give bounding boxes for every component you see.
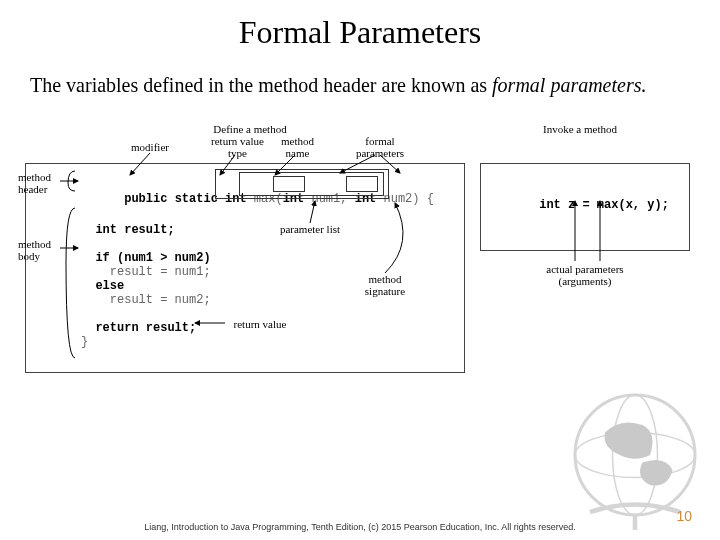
code-line-6: return result; (81, 321, 196, 335)
svg-point-11 (575, 395, 695, 515)
slide-title: Formal Parameters (0, 14, 720, 51)
label-return-value: return value (225, 318, 295, 330)
diagram: Define a method Invoke a method modifier… (20, 123, 700, 403)
box-method-signature (215, 169, 389, 199)
code-line-3: result = num1; (81, 265, 211, 279)
label-method-signature: method signature (355, 273, 415, 297)
description-text: The variables defined in the method head… (30, 74, 492, 96)
code-invoke-text: int z = max(x, y); (539, 198, 669, 212)
label-method-header: method header (18, 171, 60, 195)
code-line-5: result = num2; (81, 293, 211, 307)
label-modifier: modifier (130, 141, 170, 153)
label-actual-parameters: actual parameters (arguments) (530, 263, 640, 287)
svg-point-12 (575, 433, 695, 478)
label-formal-parameters: formal parameters (350, 135, 410, 159)
invoke-panel: int z = max(x, y); (480, 163, 690, 251)
label-return-type: return value type (210, 135, 265, 159)
description-term: formal parameters. (492, 74, 646, 96)
code-line-4: else (81, 279, 124, 293)
page-number: 10 (676, 508, 692, 524)
code-line-1: int result; (81, 223, 175, 237)
footer-citation: Liang, Introduction to Java Programming,… (0, 522, 720, 532)
code-line-7: } (81, 335, 88, 349)
label-invoke-method: Invoke a method (520, 123, 640, 135)
code-paren-close: ) { (412, 192, 434, 206)
define-panel: public static int max(int num1, int num2… (25, 163, 465, 373)
code-body: int result; if (num1 > num2) result = nu… (81, 209, 211, 349)
label-method-body: method body (18, 238, 60, 262)
label-method-name: method name (275, 135, 320, 159)
svg-point-13 (613, 395, 658, 515)
code-invoke: int z = max(x, y); (496, 184, 669, 226)
label-parameter-list: parameter list (270, 223, 350, 235)
code-line-2: if (num1 > num2) (81, 251, 211, 265)
description: The variables defined in the method head… (30, 73, 690, 98)
label-define-method: Define a method (190, 123, 310, 135)
